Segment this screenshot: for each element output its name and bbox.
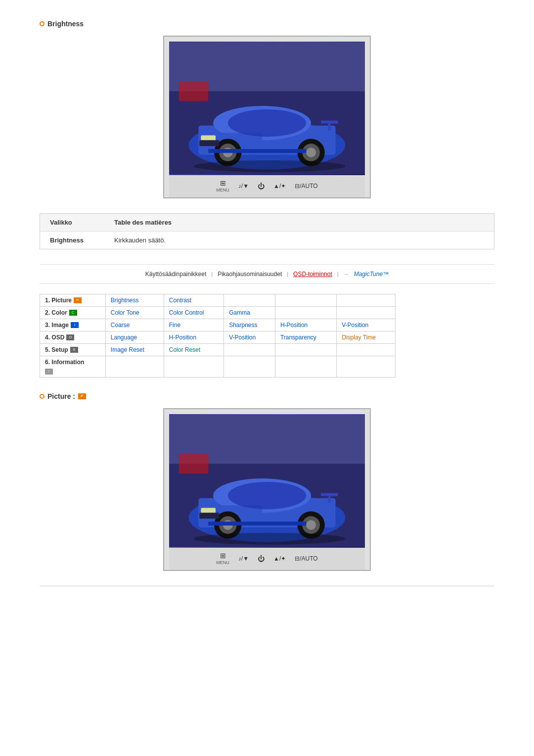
picture-small-icon: P bbox=[78, 393, 86, 399]
osd-cell-4-4: V-Position bbox=[224, 331, 275, 344]
table-row: 4. OSD O Language H-Position V-Position … bbox=[40, 331, 396, 344]
osd-cell-3-3: Fine bbox=[164, 319, 223, 331]
osd-cell-1-1: 1. Picture P bbox=[40, 294, 106, 307]
osd-icon: O bbox=[66, 334, 74, 340]
svg-point-39 bbox=[194, 533, 346, 545]
picture-icon: P bbox=[74, 297, 82, 303]
svg-rect-35 bbox=[199, 513, 219, 519]
picture-label: Picture : bbox=[47, 392, 75, 400]
osd-cell-5-3: Color Reset bbox=[164, 344, 223, 356]
h-position-link-4[interactable]: H-Position bbox=[169, 334, 196, 341]
osd-cell-6-1: 6. Information i bbox=[40, 356, 106, 378]
brightness-section-title: Brightness bbox=[40, 20, 494, 28]
image-reset-link[interactable]: Image Reset bbox=[111, 346, 144, 353]
osd-cell-4-2: Language bbox=[105, 331, 164, 344]
svg-point-7 bbox=[228, 109, 306, 137]
osd-cell-6-2 bbox=[105, 356, 164, 378]
osd-cell-3-5: H-Position bbox=[275, 319, 336, 331]
brightness-link[interactable]: Brightness bbox=[111, 297, 139, 304]
svg-rect-38 bbox=[328, 493, 331, 503]
coarse-link[interactable]: Coarse bbox=[111, 322, 130, 329]
transparency-link[interactable]: Transparency bbox=[280, 334, 316, 341]
gamma-link[interactable]: Gamma bbox=[229, 309, 250, 316]
info-table: Valikko Table des matières Brightness Ki… bbox=[40, 214, 494, 249]
table-row: 2. Color C Color Tone Color Control Gamm… bbox=[40, 307, 396, 319]
color-reset-link[interactable]: Color Reset bbox=[169, 346, 200, 353]
osd-cell-2-4: Gamma bbox=[224, 307, 275, 319]
osd-cell-1-3: Contrast bbox=[164, 294, 223, 307]
adjust-button-2[interactable]: ▲/✦ bbox=[273, 555, 286, 562]
table-row-brightness-value: Kirkkauden säätö. bbox=[104, 232, 494, 249]
svg-rect-22 bbox=[179, 454, 208, 474]
osd-cell-3-6: V-Position bbox=[337, 319, 396, 331]
osd-cell-2-1: 2. Color C bbox=[40, 307, 106, 319]
osd-cell-2-5 bbox=[275, 307, 336, 319]
display-time-link[interactable]: Display Time bbox=[342, 334, 376, 341]
osd-cell-1-4 bbox=[224, 294, 275, 307]
osd-cell-4-5: Transparency bbox=[275, 331, 336, 344]
nav-item-osd[interactable]: OSD-toiminnot bbox=[293, 271, 332, 278]
auto-button-2[interactable]: ⊟/AUTO bbox=[295, 555, 317, 562]
table-row: 3. Image I Coarse Fine Sharpness H-Posit… bbox=[40, 319, 396, 331]
osd-cell-6-3 bbox=[164, 356, 223, 378]
monitor-screen-2 bbox=[169, 414, 365, 548]
osd-cell-5-2: Image Reset bbox=[105, 344, 164, 356]
svg-point-14 bbox=[306, 147, 316, 157]
osd-cell-2-2: Color Tone bbox=[105, 307, 164, 319]
nav-item-magictune[interactable]: MagicTune™ bbox=[354, 271, 389, 278]
osd-cell-2-6 bbox=[337, 307, 396, 319]
auto-button[interactable]: ⊟/AUTO bbox=[295, 183, 317, 189]
sharpness-link[interactable]: Sharpness bbox=[229, 322, 257, 329]
language-link[interactable]: Language bbox=[111, 334, 137, 341]
power-button-2[interactable]: ⏻ bbox=[258, 555, 265, 563]
osd-cell-4-6: Display Time bbox=[337, 331, 396, 344]
image-icon: I bbox=[71, 322, 79, 328]
osd-cell-6-6 bbox=[337, 356, 396, 378]
osd-cell-1-5 bbox=[275, 294, 336, 307]
svg-point-19 bbox=[194, 160, 346, 172]
picture-circle-icon bbox=[40, 394, 44, 399]
monitor-screen-1 bbox=[169, 42, 365, 175]
nav-arrow: → bbox=[344, 271, 349, 277]
osd-cell-5-6 bbox=[337, 344, 396, 356]
nav-sep-3: | bbox=[337, 271, 339, 277]
contrast-link[interactable]: Contrast bbox=[169, 297, 191, 304]
brightness-icon bbox=[40, 21, 44, 26]
information-icon: i bbox=[45, 369, 53, 375]
osd-cell-2-3: Color Control bbox=[164, 307, 223, 319]
nav-item-keyboard[interactable]: Käyttösäädinpainikkeet bbox=[145, 271, 206, 278]
menu-button-2[interactable]: ⊞ MENU bbox=[216, 552, 229, 565]
volume-down-button-2[interactable]: ♪/▼ bbox=[238, 555, 249, 562]
svg-point-34 bbox=[306, 520, 316, 530]
color-tone-link[interactable]: Color Tone bbox=[111, 309, 139, 316]
nav-sep-1: | bbox=[211, 271, 213, 277]
osd-cell-1-6 bbox=[337, 294, 396, 307]
monitor-controls-2: ⊞ MENU ♪/▼ ⏻ ▲/✦ ⊟/AUTO bbox=[169, 548, 365, 570]
table-row: 6. Information i bbox=[40, 356, 396, 378]
menu-button[interactable]: ⊞ MENU bbox=[216, 179, 229, 192]
table-row: 1. Picture P Brightness Contrast bbox=[40, 294, 396, 307]
v-position-link-4[interactable]: V-Position bbox=[229, 334, 256, 341]
setup-icon: S bbox=[70, 347, 78, 353]
nav-item-quick[interactable]: Pikaohjausominaisuudet bbox=[218, 271, 282, 278]
power-button[interactable]: ⏻ bbox=[258, 182, 265, 190]
monitor-display-1: ⊞ MENU ♪/▼ ⏻ ▲/✦ ⊟/AUTO bbox=[163, 36, 371, 198]
monitor-display-2: ⊞ MENU ♪/▼ ⏻ ▲/✦ ⊟/AUTO bbox=[163, 408, 371, 571]
volume-down-button[interactable]: ♪/▼ bbox=[238, 183, 249, 189]
color-icon: C bbox=[69, 310, 77, 316]
color-control-link[interactable]: Color Control bbox=[169, 309, 204, 316]
nav-bar: Käyttösäädinpainikkeet | Pikaohjausomina… bbox=[40, 264, 494, 284]
osd-cell-4-1: 4. OSD O bbox=[40, 331, 106, 344]
table-header-contents: Table des matières bbox=[104, 214, 494, 232]
fine-link[interactable]: Fine bbox=[169, 322, 180, 329]
svg-rect-2 bbox=[179, 82, 208, 101]
osd-cell-3-2: Coarse bbox=[105, 319, 164, 331]
h-position-link-3[interactable]: H-Position bbox=[280, 322, 308, 329]
v-position-link-3[interactable]: V-Position bbox=[342, 322, 368, 329]
svg-point-27 bbox=[228, 482, 306, 509]
monitor-controls-1: ⊞ MENU ♪/▼ ⏻ ▲/✦ ⊟/AUTO bbox=[169, 175, 365, 197]
osd-cell-6-4 bbox=[224, 356, 275, 378]
osd-cell-5-1: 5. Setup S bbox=[40, 344, 106, 356]
adjust-button[interactable]: ▲/✦ bbox=[273, 183, 286, 189]
svg-rect-15 bbox=[199, 140, 219, 146]
